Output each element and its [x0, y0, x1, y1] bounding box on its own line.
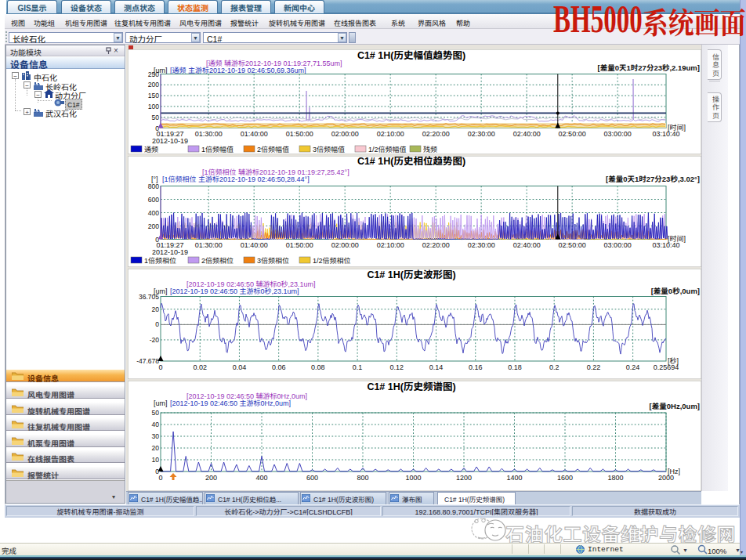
svg-text:1/2倍频相位: 1/2倍频相位 [313, 255, 351, 266]
svg-text:1600: 1600 [557, 472, 573, 482]
svg-text:200: 200 [205, 472, 217, 482]
svg-text:0.14: 0.14 [429, 362, 444, 372]
svg-text:20: 20 [152, 443, 160, 452]
svg-text:C1# 1H(历史幅值趋势图): C1# 1H(历史幅值趋势图) [357, 49, 465, 62]
svg-text:[时间]: [时间] [668, 122, 686, 132]
svg-text:800: 800 [357, 472, 368, 482]
svg-text:1800: 1800 [607, 472, 623, 482]
svg-text:250: 250 [148, 69, 159, 78]
svg-text:01:50:00: 01:50:00 [286, 128, 313, 139]
svg-text:0: 0 [158, 362, 162, 372]
svg-text:1200: 1200 [456, 472, 472, 482]
svg-text:02:50:00: 02:50:00 [559, 240, 586, 250]
svg-text:800: 800 [148, 181, 159, 190]
svg-text:[差量0秒,0um]: [差量0秒,0um] [651, 285, 700, 296]
svg-text:[2012-10-19 02:46:50 主游标0秒,23.: [2012-10-19 02:46:50 主游标0秒,23.1um] [170, 286, 299, 296]
svg-text:2倍频幅值: 2倍频幅值 [257, 144, 289, 154]
svg-text:10: 10 [152, 454, 160, 464]
svg-text:0: 0 [158, 472, 162, 482]
svg-text:C1# 1H(历史波形图): C1# 1H(历史波形图) [367, 269, 455, 281]
svg-text:01:40:00: 01:40:00 [241, 240, 268, 250]
svg-text:02:50:00: 02:50:00 [559, 128, 586, 139]
svg-text:通频: 通频 [144, 144, 158, 154]
svg-text:01:40:00: 01:40:00 [241, 128, 268, 139]
svg-text:01:30:00: 01:30:00 [195, 128, 223, 139]
svg-text:[差量0天1时27分23秒,2.19um]: [差量0天1时27分23秒,2.19um] [598, 62, 700, 73]
svg-text:03:00:00: 03:00:00 [604, 240, 632, 250]
svg-text:30: 30 [152, 431, 160, 440]
svg-text:50: 50 [152, 407, 160, 417]
svg-text:100: 100 [148, 101, 159, 110]
svg-text:600: 600 [148, 194, 159, 204]
svg-text:150: 150 [148, 90, 159, 99]
svg-text:0.02: 0.02 [193, 362, 207, 372]
svg-text:0.22: 0.22 [587, 362, 601, 372]
svg-text:0.18: 0.18 [508, 362, 522, 372]
svg-text:0.24: 0.24 [626, 362, 640, 372]
svg-text:02:10:00: 02:10:00 [377, 240, 404, 250]
svg-text:C1# 1H(历史相位趋势图): C1# 1H(历史相位趋势图) [357, 156, 465, 168]
svg-text:02:40:00: 02:40:00 [513, 128, 541, 139]
svg-text:-47.678: -47.678 [136, 356, 159, 365]
svg-text:2倍频相位: 2倍频相位 [201, 255, 234, 266]
svg-text:02:10:00: 02:10:00 [377, 128, 404, 139]
svg-text:02:30:00: 02:30:00 [468, 128, 495, 139]
svg-text:3倍频相位: 3倍频相位 [257, 255, 289, 266]
svg-text:0.04: 0.04 [233, 362, 247, 372]
svg-text:02:00:00: 02:00:00 [331, 128, 359, 139]
svg-text:02:20:00: 02:20:00 [422, 128, 450, 139]
svg-text:0.12: 0.12 [390, 362, 404, 372]
svg-text:3倍频幅值: 3倍频幅值 [313, 144, 345, 154]
svg-text:[秒]: [秒] [668, 356, 679, 366]
svg-text:600: 600 [306, 472, 318, 482]
svg-text:36.705: 36.705 [139, 291, 159, 301]
svg-text:400: 400 [148, 208, 159, 217]
svg-text:0.16: 0.16 [469, 362, 483, 372]
svg-text:40: 40 [152, 419, 160, 428]
svg-text:1倍频相位: 1倍频相位 [144, 255, 176, 266]
svg-text:01:30:00: 01:30:00 [195, 240, 223, 250]
svg-text:[差量0Hz,0um]: [差量0Hz,0um] [650, 400, 700, 411]
svg-text:[1倍频相位 主游标2012-10-19 02:46:50,: [1倍频相位 主游标2012-10-19 02:46:50,28.44°] [162, 174, 310, 184]
svg-text:01:50:00: 01:50:00 [286, 240, 313, 250]
svg-text:0.2: 0.2 [549, 362, 560, 372]
svg-text:1倍频幅值: 1倍频幅值 [201, 144, 234, 154]
svg-text:200: 200 [148, 79, 159, 89]
svg-text:03:00:00: 03:00:00 [604, 128, 632, 139]
svg-text:[时间]: [时间] [668, 233, 686, 244]
svg-text:[2012-10-19 02:46:50 主游标0Hz,0u: [2012-10-19 02:46:50 主游标0Hz,0um] [170, 398, 291, 408]
svg-text:-20: -20 [150, 334, 160, 344]
svg-text:02:30:00: 02:30:00 [468, 240, 495, 250]
svg-text:02:00:00: 02:00:00 [331, 240, 359, 250]
svg-text:0.06: 0.06 [272, 362, 286, 372]
svg-text:50: 50 [152, 112, 160, 121]
svg-text:0.1: 0.1 [353, 362, 363, 372]
svg-text:C1# 1H(历史频谱图): C1# 1H(历史频谱图) [367, 381, 455, 393]
svg-text:1400: 1400 [506, 472, 522, 482]
svg-text:400: 400 [255, 472, 267, 482]
svg-text:残频: 残频 [423, 144, 437, 154]
svg-text:1/2倍频幅值: 1/2倍频幅值 [368, 144, 407, 154]
svg-text:1000: 1000 [405, 472, 421, 482]
svg-text:20: 20 [152, 304, 160, 313]
svg-text:0.08: 0.08 [311, 362, 325, 372]
svg-text:[差量0天1时27分23秒,3.02°]: [差量0天1时27分23秒,3.02°] [606, 173, 700, 184]
svg-text:[Hz]: [Hz] [668, 466, 680, 476]
svg-text:200: 200 [148, 221, 159, 230]
svg-text:02:40:00: 02:40:00 [513, 240, 541, 250]
svg-text:0: 0 [155, 319, 159, 328]
svg-text:02:20:00: 02:20:00 [422, 240, 450, 250]
